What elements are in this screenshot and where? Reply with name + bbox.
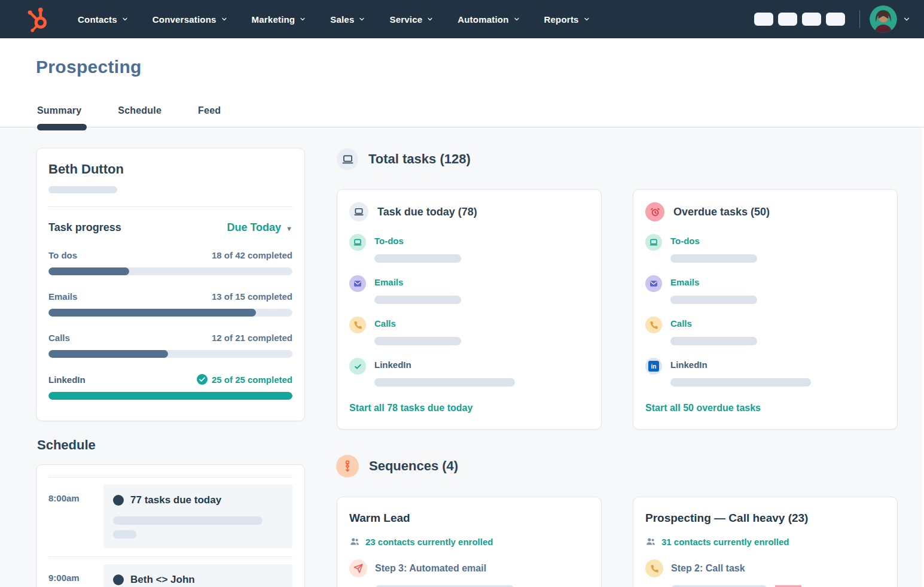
tab-summary[interactable]: Summary [37, 105, 81, 116]
todos-link[interactable]: To-dos [374, 236, 589, 246]
section-title: Total tasks (128) [368, 151, 471, 167]
overdue-tasks-card: Overdue tasks (50) To-dos Emails [633, 189, 898, 430]
event-bullet-icon [113, 574, 124, 585]
task-type-row-emails: Emails [349, 277, 589, 304]
sequence-title: Prospecting — Call heavy (23) [645, 512, 885, 525]
caret-down-icon: ▼ [286, 224, 292, 232]
progress-bar [48, 350, 292, 358]
schedule-heading: Schedule [37, 437, 96, 453]
contacts-icon [645, 536, 656, 547]
linkedin-label: LinkedIn [670, 360, 885, 370]
schedule-row: 9:00am Beth <> John [48, 564, 292, 587]
todos-link[interactable]: To-dos [670, 236, 885, 246]
avatar [870, 5, 897, 33]
phone-icon [349, 317, 366, 333]
nav-item-label: Service [389, 14, 422, 25]
todo-icon [349, 234, 366, 251]
nav-item-reports[interactable]: Reports [535, 8, 600, 31]
hubspot-logo-icon[interactable] [25, 5, 51, 34]
nav-item-marketing[interactable]: Marketing [242, 8, 316, 31]
step-label: Step 2: Call task [671, 563, 745, 574]
nav-item-label: Reports [544, 14, 579, 25]
nav-item-label: Automation [458, 14, 508, 25]
rep-name: Beth Dutton [48, 162, 292, 177]
progress-bar [48, 267, 292, 275]
todo-icon [645, 234, 662, 251]
chevron-down-icon [426, 16, 434, 23]
placeholder-bar [374, 337, 461, 345]
nav-item-label: Contacts [78, 14, 117, 25]
linkedin-label: LinkedIn [374, 360, 589, 370]
alarm-clock-icon [645, 202, 664, 221]
event-title: 77 tasks due today [130, 494, 221, 506]
chevron-down-icon [121, 16, 129, 23]
chevron-down-icon [299, 16, 306, 23]
sequence-step-row: Step 2: Call task [645, 559, 885, 577]
event-card-tasks-due[interactable]: 77 tasks due today [103, 485, 292, 548]
progress-label: To dos [48, 250, 77, 260]
nav-item-label: Sales [330, 14, 354, 25]
toolbar-button-placeholder[interactable] [754, 13, 773, 26]
task-type-row-linkedin: in LinkedIn [645, 360, 885, 387]
nav-item-service[interactable]: Service [380, 8, 443, 31]
placeholder-bar [113, 516, 263, 525]
progress-fill [48, 267, 129, 275]
schedule-row: 8:00am 77 tasks due today [48, 485, 292, 548]
task-type-row-todos: To-dos [349, 236, 589, 263]
account-menu-button[interactable] [870, 5, 911, 33]
due-today-dropdown[interactable]: Due Today ▼ [227, 221, 292, 234]
nav-item-contacts[interactable]: Contacts [68, 8, 138, 31]
calls-link[interactable]: Calls [374, 318, 589, 329]
progress-row-calls: Calls 12 of 21 completed [48, 333, 292, 358]
sequence-card-warm-lead: Warm Lead 23 contacts currently enrolled… [337, 497, 602, 587]
event-card-meeting[interactable]: Beth <> John [103, 564, 292, 587]
emails-link[interactable]: Emails [670, 277, 885, 287]
nav-item-conversations[interactable]: Conversations [143, 8, 237, 31]
task-type-row-calls: Calls [645, 318, 885, 345]
enrolled-contacts-link[interactable]: 23 contacts currently enrolled [349, 536, 589, 547]
progress-bar [48, 392, 292, 400]
due-today-label: Due Today [227, 221, 281, 234]
progress-label: Emails [48, 291, 77, 302]
progress-fill [48, 350, 168, 358]
enrolled-contacts-link[interactable]: 31 contacts currently enrolled [645, 536, 885, 547]
progress-status: 18 of 42 completed [212, 250, 292, 260]
chevron-down-icon [221, 16, 228, 23]
divider [48, 477, 292, 477]
nav-item-label: Conversations [153, 14, 216, 25]
placeholder-bar [113, 530, 136, 539]
nav-item-sales[interactable]: Sales [321, 8, 375, 31]
toolbar-button-placeholder[interactable] [778, 13, 797, 26]
sequence-step-row: Step 3: Automated email [349, 559, 589, 577]
laptop-icon [349, 202, 368, 221]
divider [48, 206, 292, 207]
calls-link[interactable]: Calls [670, 318, 885, 329]
nav-item-automation[interactable]: Automation [448, 8, 529, 31]
sequence-card-call-heavy: Prospecting — Call heavy (23) 31 contact… [633, 497, 898, 587]
progress-fill [48, 392, 292, 400]
tab-bar: Summary Schedule Feed [37, 105, 221, 116]
event-title: Beth <> John [130, 574, 195, 586]
enrolled-text: 31 contacts currently enrolled [661, 537, 789, 547]
event-time: 9:00am [48, 564, 103, 587]
task-type-row-emails: Emails [645, 277, 885, 304]
toolbar-button-placeholder[interactable] [826, 13, 845, 26]
progress-label: LinkedIn [48, 375, 86, 385]
email-icon [645, 275, 662, 292]
tab-schedule[interactable]: Schedule [118, 105, 161, 116]
placeholder-bar [670, 337, 757, 345]
task-type-row-todos: To-dos [645, 236, 885, 263]
progress-row-linkedin: LinkedIn 25 of 25 completed [48, 374, 292, 400]
divider [859, 10, 860, 28]
nav-item-label: Marketing [252, 14, 295, 25]
section-title: Sequences (4) [369, 458, 458, 474]
start-all-due-link[interactable]: Start all 78 tasks due today [349, 403, 472, 413]
start-all-overdue-link[interactable]: Start all 50 overdue tasks [645, 403, 761, 413]
placeholder-bar [374, 254, 461, 263]
sequence-icon [336, 455, 359, 477]
emails-link[interactable]: Emails [374, 277, 589, 287]
toolbar-button-placeholder[interactable] [802, 13, 821, 26]
tab-feed[interactable]: Feed [198, 105, 221, 116]
card-title: Overdue tasks (50) [673, 206, 770, 218]
email-icon [349, 275, 366, 292]
